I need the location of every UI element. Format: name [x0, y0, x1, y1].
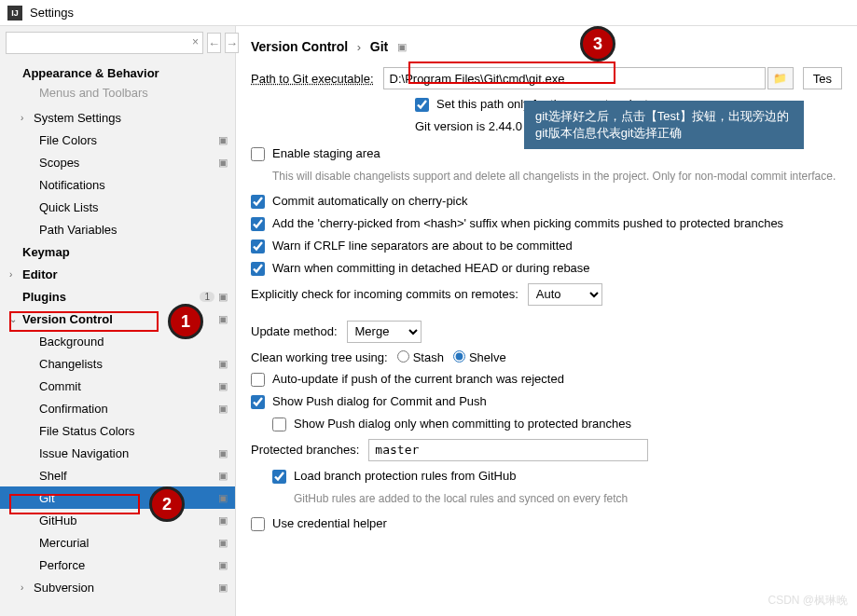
tree-item-system-settings[interactable]: ›System Settings [0, 106, 235, 129]
nav-back-button[interactable]: ← [207, 33, 221, 53]
warn-detached-checkbox[interactable] [251, 262, 265, 276]
shelve-option[interactable]: Shelve [453, 350, 506, 364]
show-push-row: Show Push dialog for Commit and Push [251, 394, 842, 409]
set-path-project-checkbox[interactable] [415, 98, 429, 112]
badge: 1 [200, 292, 214, 302]
breadcrumb-leaf: Git [370, 39, 388, 54]
chevron-icon: ⌄ [9, 314, 22, 324]
tree-item-git[interactable]: Git▣ [0, 486, 235, 509]
git-path-input[interactable] [383, 67, 766, 89]
warn-detached-row: Warn when committing in detached HEAD or… [251, 261, 842, 276]
project-icon: ▣ [218, 447, 228, 459]
tree-item-file-colors[interactable]: File Colors▣ [0, 129, 235, 151]
chevron-icon: › [9, 269, 22, 280]
protected-input[interactable] [368, 439, 648, 461]
project-icon: ▣ [218, 492, 228, 504]
project-icon: ▣ [218, 313, 228, 325]
tree-item-changelists[interactable]: Changelists▣ [0, 352, 235, 375]
tree-item-label: Menus and Toolbars [39, 86, 229, 100]
breadcrumb-root[interactable]: Version Control [251, 39, 348, 54]
project-icon: ▣ [218, 134, 228, 146]
tree-item-label: Keymap [22, 245, 229, 259]
show-push-protected-checkbox[interactable] [272, 418, 286, 431]
add-suffix-row: Add the 'cherry-picked from <hash>' suff… [251, 216, 842, 231]
tree-item-menus-and-toolbars[interactable]: Menus and Toolbars [0, 84, 235, 106]
tree-item-label: Git [39, 491, 218, 505]
project-icon: ▣ [397, 41, 407, 52]
callout-2: 2 [149, 486, 185, 522]
clean-tree-row: Clean working tree using: Stash Shelve [251, 350, 842, 364]
cred-helper-label: Use credential helper [272, 516, 842, 530]
annotation-tooltip: git选择好之后，点击【Test】按钮，出现旁边的git版本信息代表git选择正… [524, 101, 804, 149]
tree-item-commit[interactable]: Commit▣ [0, 375, 235, 397]
tree-item-label: Plugins [22, 290, 200, 304]
stash-option[interactable]: Stash [397, 350, 444, 364]
update-method-select[interactable]: Merge [347, 321, 422, 343]
warn-crlf-checkbox[interactable] [251, 240, 265, 253]
tree-item-background[interactable]: Background [0, 330, 235, 352]
tree-item-label: Background [39, 335, 229, 349]
browse-button[interactable]: 📁 [767, 67, 794, 89]
add-suffix-checkbox[interactable] [251, 217, 265, 231]
project-icon: ▣ [218, 582, 228, 594]
tree-item-label: Editor [22, 267, 229, 281]
show-push-protected-label: Show Push dialog only when committing to… [294, 417, 842, 431]
show-push-label: Show Push dialog for Commit and Push [272, 394, 842, 408]
commit-cherry-checkbox[interactable] [251, 195, 265, 209]
search-wrap: 🔍 × [6, 32, 203, 54]
project-icon: ▣ [218, 358, 228, 370]
tree-item-label: Issue Navigation [39, 446, 218, 460]
callout-3: 3 [580, 26, 615, 62]
test-button[interactable]: Tes [803, 67, 842, 89]
project-icon: ▣ [218, 470, 228, 482]
project-icon: ▣ [218, 514, 228, 527]
add-suffix-label: Add the 'cherry-picked from <hash>' suff… [272, 216, 842, 230]
update-method-label: Update method: [251, 324, 338, 338]
load-rules-hint: GitHub rules are added to the local rule… [294, 491, 842, 507]
tree-item-file-status-colors[interactable]: File Status Colors [0, 419, 235, 442]
tree-item-editor[interactable]: ›Editor [0, 263, 235, 285]
enable-staging-checkbox[interactable] [251, 147, 265, 161]
load-rules-checkbox[interactable] [272, 470, 286, 484]
tree-item-label: Path Variables [39, 223, 229, 237]
cred-helper-checkbox[interactable] [251, 517, 265, 531]
tree-item-label: File Status Colors [39, 424, 229, 438]
tree-item-mercurial[interactable]: Mercurial▣ [0, 531, 235, 554]
commit-cherry-row: Commit automatically on cherry-pick [251, 194, 842, 209]
auto-update-row: Auto-update if push of the current branc… [251, 372, 842, 387]
tree-item-scopes[interactable]: Scopes▣ [0, 151, 235, 173]
tree-item-perforce[interactable]: Perforce▣ [0, 554, 235, 576]
titlebar: IJ Settings [0, 0, 857, 26]
tree-item-keymap[interactable]: Keymap [0, 240, 235, 263]
tree-item-label: Perforce [39, 558, 218, 572]
tree-item-label: File Colors [39, 133, 218, 147]
tree-item-subversion[interactable]: ›Subversion▣ [0, 576, 235, 598]
tree-item-issue-navigation[interactable]: Issue Navigation▣ [0, 442, 235, 464]
tree-item-quick-lists[interactable]: Quick Lists [0, 196, 235, 218]
show-push-checkbox[interactable] [251, 395, 265, 409]
tree-item-shelf[interactable]: Shelf▣ [0, 464, 235, 486]
tree-item-label: Mercurial [39, 536, 218, 550]
enable-staging-hint: This will disable changelists support an… [272, 169, 842, 185]
tree-item-github[interactable]: GitHub▣ [0, 509, 235, 531]
protected-row: Protected branches: [251, 439, 842, 461]
project-icon: ▣ [218, 157, 228, 169]
tree-item-appearance-behavior[interactable]: Appearance & Behavior [0, 62, 235, 84]
tree-item-label: Subversion [34, 581, 218, 595]
project-icon: ▣ [218, 403, 228, 415]
tree-item-label: Changelists [39, 357, 218, 371]
explicit-check-row: Explicitly check for incoming commits on… [251, 283, 842, 306]
tree-item-path-variables[interactable]: Path Variables [0, 218, 235, 240]
auto-update-checkbox[interactable] [251, 373, 265, 387]
explicit-check-select[interactable]: Auto [528, 283, 602, 306]
clear-icon[interactable]: × [192, 35, 199, 48]
tree-item-plugins[interactable]: Plugins1▣ [0, 285, 235, 308]
app-logo: IJ [7, 6, 22, 21]
tree-item-label: Confirmation [39, 402, 218, 416]
tree-item-label: Scopes [39, 156, 218, 170]
tree-item-confirmation[interactable]: Confirmation▣ [0, 397, 235, 419]
breadcrumb: Version Control › Git ▣ [251, 39, 842, 54]
tree-item-notifications[interactable]: Notifications [0, 173, 235, 196]
tree-item-label: GitHub [39, 513, 218, 527]
search-input[interactable] [6, 32, 203, 54]
